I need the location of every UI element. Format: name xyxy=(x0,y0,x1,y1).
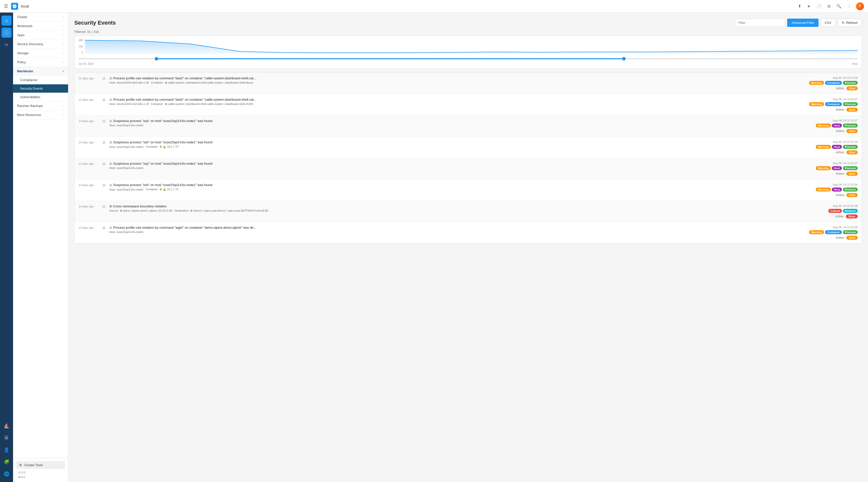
csv-button[interactable]: CSV xyxy=(820,19,836,27)
event-action: Action: Alert xyxy=(836,108,858,112)
cluster-tools-button[interactable]: ⚙ Cluster Tools xyxy=(16,461,65,469)
event-timestamp: Aug 08, 24 22:31:47 xyxy=(833,162,858,165)
terminal-icon[interactable]: ➤ xyxy=(806,2,812,10)
event-right: Aug 08, 24 21:42:38 WarningContainerProc… xyxy=(793,226,858,240)
tag-warning: Warning xyxy=(809,230,824,234)
event-item[interactable]: 13 days ago ⚠ Process profile rule viola… xyxy=(74,222,862,244)
slider-handle-right[interactable] xyxy=(622,57,626,61)
nav-sidebar: Cluster › Workloads › Apps › Service Dis… xyxy=(13,12,68,482)
nav-arrow: › xyxy=(63,114,64,116)
avatar[interactable]: T xyxy=(856,2,864,10)
sidebar-icon-person[interactable]: 👤 xyxy=(1,445,11,455)
event-tags: WarningContainerProcess xyxy=(809,230,858,234)
tag-host: Host xyxy=(832,188,842,192)
upload-icon[interactable]: ⬆ xyxy=(797,2,803,10)
event-dot xyxy=(103,77,105,80)
event-right: Aug 08, 24 22:31:54 WarningHostProcess A… xyxy=(793,140,858,154)
event-content: ⊖ Cross namespace boundary violation Sou… xyxy=(109,204,788,212)
logo-icon xyxy=(11,3,18,10)
event-container: Container: 🖥 🔒 10.1.7.72 xyxy=(146,188,179,191)
sidebar-icon-sail[interactable]: ⛵ xyxy=(1,421,11,431)
filter-input[interactable] xyxy=(735,19,785,27)
event-tags: WarningHostProcess xyxy=(816,188,858,192)
event-item[interactable]: 13 days ago ⊖ Cross namespace boundary v… xyxy=(74,201,862,222)
refresh-button[interactable]: ↻ Refresh xyxy=(838,19,862,27)
nav-storage[interactable]: Storage › xyxy=(13,49,68,58)
range-slider[interactable] xyxy=(79,56,858,61)
event-tags: WarningHostProcess xyxy=(816,166,858,170)
sidebar-icon-globe[interactable]: 🌐 xyxy=(1,469,11,479)
sidebar-icon-building[interactable]: 🏛 xyxy=(1,433,11,443)
event-content: ⚠ Process profile rule violation by comm… xyxy=(109,98,788,105)
tag-warning: Warning xyxy=(816,145,831,149)
slider-handle-left[interactable] xyxy=(155,57,158,61)
event-right: Aug 08, 24 22:31:47 WarningHostProcess A… xyxy=(793,162,858,176)
event-item[interactable]: 12 days ago ⚠ Process profile rule viola… xyxy=(74,94,862,116)
advanced-filter-button[interactable]: Advanced Filter xyxy=(787,19,818,27)
event-content: ⚠ Suspicious process "ssh" on host "suse… xyxy=(109,183,788,191)
refresh-icon: ↻ xyxy=(842,21,845,25)
action-label: Action: xyxy=(836,108,845,111)
event-dot xyxy=(103,163,105,165)
topbar: ☰ local ⬆ ➤ 📄 ⧉ 🔍 ⋮ T xyxy=(0,0,868,12)
event-item[interactable]: 12 days ago ⚠ Process profile rule viola… xyxy=(74,73,862,94)
event-dot xyxy=(103,184,105,187)
event-time-ago: 13 days ago xyxy=(79,226,99,229)
event-title: ⚠ Suspicious process "ssh" on host "suse… xyxy=(109,140,788,144)
topbar-title: local xyxy=(21,4,29,8)
copy-icon[interactable]: ⧉ xyxy=(826,2,832,10)
svg-point-2 xyxy=(7,32,7,32)
sidebar-icon-cattle[interactable] xyxy=(1,28,11,38)
page-title: Security Events xyxy=(74,20,116,26)
events-list: 12 days ago ⚠ Process profile rule viola… xyxy=(74,72,862,244)
action-badge: Alert xyxy=(846,108,858,112)
action-label: Action: xyxy=(836,87,845,90)
event-dot xyxy=(103,141,105,144)
action-badge: Alert xyxy=(846,193,858,197)
event-item[interactable]: 13 days ago ⚠ Suspicious process "ssh" o… xyxy=(74,180,862,201)
event-item[interactable]: 13 days ago ⚠ Suspicious process "scp" o… xyxy=(74,116,862,137)
event-item[interactable]: 13 days ago ⚠ Suspicious process "ssh" o… xyxy=(74,137,862,158)
event-tags: WarningContainerProcess xyxy=(809,81,858,85)
action-badge: Deny xyxy=(846,214,858,218)
about-link[interactable]: About xyxy=(16,475,65,479)
event-time-ago: 13 days ago xyxy=(79,204,99,208)
event-right: Aug 08, 24 22:31:44 WarningHostProcess A… xyxy=(793,183,858,197)
nav-arrow: › xyxy=(63,15,64,18)
sidebar-icon-c1[interactable]: C1 xyxy=(1,40,11,50)
nav-security-events[interactable]: Security Events xyxy=(13,84,68,93)
event-timestamp: Aug 08, 24 22:31:57 xyxy=(833,119,858,122)
event-title: ⚠ Suspicious process "scp" on host "suse… xyxy=(109,119,788,123)
file-icon[interactable]: 📄 xyxy=(815,2,823,10)
nav-vulnerabilities[interactable]: Vulnerabilities xyxy=(13,93,68,101)
menu-icon[interactable]: ☰ xyxy=(4,3,8,9)
more-icon[interactable]: ⋮ xyxy=(846,2,853,10)
event-meta: Source: 🖥 demo | alpine.demo | alpine (1… xyxy=(109,209,788,212)
main-content: Security Events Advanced Filter CSV ↻ Re… xyxy=(68,12,868,482)
nav-workloads[interactable]: Workloads › xyxy=(13,22,68,31)
nav-arrow: › xyxy=(63,25,64,27)
nav-compliance[interactable]: Compliance xyxy=(13,76,68,84)
tag-host: Host xyxy=(832,166,842,170)
event-item[interactable]: 13 days ago ⚠ Suspicious process "scp" o… xyxy=(74,158,862,180)
nav-apps[interactable]: Apps › xyxy=(13,31,68,40)
tag-process: Process xyxy=(843,230,858,234)
tag-host: Host xyxy=(832,145,842,149)
slider-date-labels: Jul 30, 2024 Now xyxy=(79,62,858,65)
event-container: Container: 🖥 🔒 10.1.7.72 xyxy=(146,145,179,148)
event-tags: CriticalNetwork xyxy=(828,209,858,213)
nav-more-resources[interactable]: More Resources › xyxy=(13,110,68,120)
nav-policy[interactable]: Policy › xyxy=(13,58,68,67)
search-icon[interactable]: 🔍 xyxy=(835,2,843,10)
nav-neuvector[interactable]: NeuVector ∨ xyxy=(13,67,68,76)
tag-container: Container xyxy=(825,81,842,85)
nav-cluster[interactable]: Cluster › xyxy=(13,12,68,22)
sidebar-icon-puzzle[interactable]: 🧩 xyxy=(1,457,11,467)
event-meta: Host: suse15sp3-k3s-node1Container: 🖥 🔒 … xyxy=(109,145,788,148)
event-action: Action: Alert xyxy=(836,172,858,176)
sidebar-icon-home[interactable]: ⌂ xyxy=(1,15,11,26)
page-header: Security Events Advanced Filter CSV ↻ Re… xyxy=(74,19,862,27)
nav-service-discovery[interactable]: Service Discovery › xyxy=(13,40,68,49)
nav-rancher-backups[interactable]: Rancher Backups › xyxy=(13,101,68,110)
event-host: Host: suse15sp3-k3s-node1 xyxy=(109,166,144,169)
